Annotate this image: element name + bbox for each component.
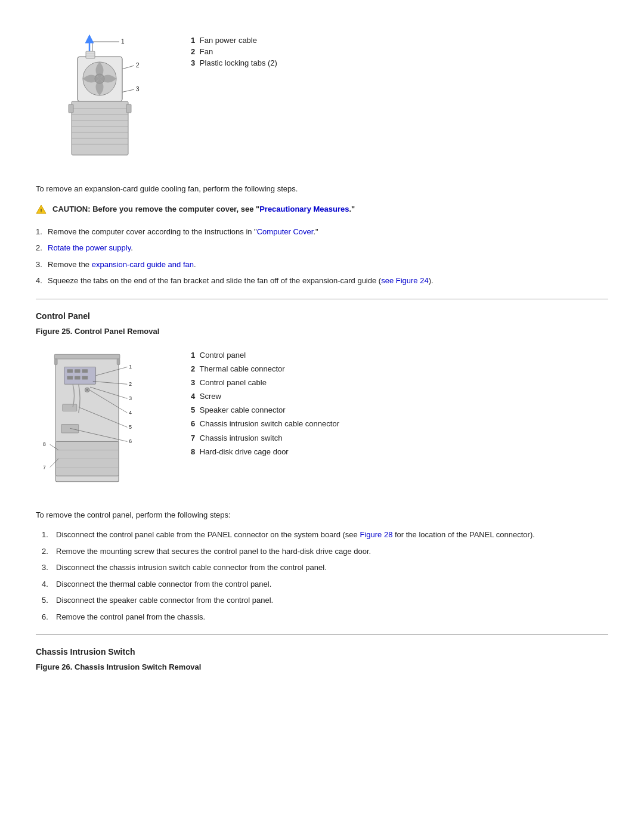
cp-label-7: 7 Chassis intrusion switch xyxy=(191,433,608,444)
svg-text:1: 1 xyxy=(129,364,132,370)
fan-figure-labels: 1 Fan power cable 2 Fan 3 Plastic lockin… xyxy=(191,24,608,70)
cp-label-1: 1 Control panel xyxy=(191,350,608,361)
svg-text:2: 2 xyxy=(129,381,132,387)
cp-step-1: 1. Disconnect the control panel cable fr… xyxy=(42,529,608,541)
fan-diagram-svg: 1 2 3 xyxy=(36,24,155,167)
chassis-intrusion-section: Chassis Intrusion Switch Figure 26. Chas… xyxy=(36,647,608,671)
svg-text:1: 1 xyxy=(121,38,125,45)
fan-step-1: 1. Remove the computer cover according t… xyxy=(36,226,608,238)
svg-text:7: 7 xyxy=(43,464,46,470)
svg-rect-31 xyxy=(67,376,73,379)
cp-label-6: 6 Chassis intrusion switch cable connect… xyxy=(191,419,608,429)
svg-rect-61 xyxy=(117,359,120,365)
expansion-card-guide-link[interactable]: expansion-card guide and fan xyxy=(92,260,194,269)
computer-cover-link[interactable]: Computer Cover xyxy=(257,227,314,236)
cp-step-6: 6. Remove the control panel from the cha… xyxy=(42,611,608,623)
svg-rect-59 xyxy=(54,354,120,359)
fan-label-2: 2 Fan xyxy=(191,47,608,56)
control-panel-labels-list: 1 Control panel 2 Thermal cable connecto… xyxy=(191,350,608,458)
cp-step-2: 2. Remove the mounting screw that secure… xyxy=(42,546,608,558)
svg-rect-11 xyxy=(72,101,128,155)
svg-rect-20 xyxy=(126,104,131,113)
svg-rect-28 xyxy=(67,369,73,373)
page-content: 1 2 3 xyxy=(36,24,608,671)
svg-rect-30 xyxy=(82,369,88,373)
svg-text:!: ! xyxy=(41,208,42,213)
precautionary-measures-link[interactable]: Precautionary Measures xyxy=(259,205,349,213)
figure-26-caption: Figure 26. Chassis Intrusion Switch Remo… xyxy=(36,662,608,671)
control-panel-section: Control Panel Figure 25. Control Panel R… xyxy=(36,311,608,623)
cp-label-2: 2 Thermal cable connector xyxy=(191,364,608,374)
fan-labels-list: 1 Fan power cable 2 Fan 3 Plastic lockin… xyxy=(191,36,608,67)
svg-text:6: 6 xyxy=(129,438,132,444)
control-panel-intro: To remove the control panel, perform the… xyxy=(36,509,608,521)
cp-step-3: 3. Disconnect the chassis intrusion swit… xyxy=(42,562,608,574)
svg-rect-19 xyxy=(69,104,73,113)
figure-control: 1 2 3 4 5 6 xyxy=(36,344,608,495)
cp-label-8: 8 Hard-disk drive cage door xyxy=(191,447,608,457)
control-panel-labels: 1 Control panel 2 Thermal cable connecto… xyxy=(191,344,608,461)
control-panel-heading: Control Panel xyxy=(36,311,608,321)
svg-rect-37 xyxy=(61,424,79,432)
fan-steps-list: 1. Remove the computer cover according t… xyxy=(36,226,608,287)
caution-text: CAUTION: Before you remove the computer … xyxy=(52,203,355,215)
cp-label-4: 4 Screw xyxy=(191,391,608,402)
fan-step-3: 3. Remove the expansion-card guide and f… xyxy=(36,259,608,271)
rotate-power-supply-link[interactable]: Rotate the power supply xyxy=(48,243,131,252)
fan-figure-image: 1 2 3 xyxy=(36,24,167,169)
cp-label-3: 3 Control panel cable xyxy=(191,377,608,388)
svg-rect-58 xyxy=(63,404,77,411)
cp-label-5: 5 Speaker cable connector xyxy=(191,405,608,416)
svg-rect-32 xyxy=(75,376,80,379)
figure-25-caption: Figure 25. Control Panel Removal xyxy=(36,327,608,336)
svg-text:4: 4 xyxy=(129,410,132,416)
svg-text:3: 3 xyxy=(129,395,132,401)
cp-step-4: 4. Disconnect the thermal cable connecto… xyxy=(42,578,608,590)
svg-text:8: 8 xyxy=(43,441,46,447)
svg-text:2: 2 xyxy=(136,62,140,69)
fan-intro-text: To remove an expansion-card guide coolin… xyxy=(36,183,608,195)
see-figure-24-link[interactable]: see Figure 24 xyxy=(381,276,429,285)
control-panel-steps: 1. Disconnect the control panel cable fr… xyxy=(42,529,608,623)
svg-rect-60 xyxy=(54,359,57,365)
fan-label-1: 1 Fan power cable xyxy=(191,36,608,45)
fan-step-4: 4. Squeeze the tabs on the end of the fa… xyxy=(36,275,608,287)
figure-top: 1 2 3 xyxy=(36,24,608,169)
svg-text:3: 3 xyxy=(136,86,140,92)
control-panel-diagram-svg: 1 2 3 4 5 6 xyxy=(36,344,173,493)
caution-icon: ! xyxy=(36,204,48,216)
chassis-intrusion-heading: Chassis Intrusion Switch xyxy=(36,647,608,657)
control-panel-figure-image: 1 2 3 4 5 6 xyxy=(36,344,173,495)
svg-rect-21 xyxy=(86,51,95,58)
divider-2 xyxy=(36,634,608,635)
fan-step-2: 2. Rotate the power supply. xyxy=(36,242,608,254)
svg-text:5: 5 xyxy=(129,424,132,430)
cp-step-5: 5. Disconnect the speaker cable connecto… xyxy=(42,594,608,606)
figure-28-link[interactable]: Figure 28 xyxy=(360,530,392,539)
divider-1 xyxy=(36,299,608,299)
caution-box: ! CAUTION: Before you remove the compute… xyxy=(36,203,608,216)
fan-label-3: 3 Plastic locking tabs (2) xyxy=(191,58,608,67)
svg-rect-29 xyxy=(75,369,80,373)
svg-rect-33 xyxy=(82,376,88,379)
